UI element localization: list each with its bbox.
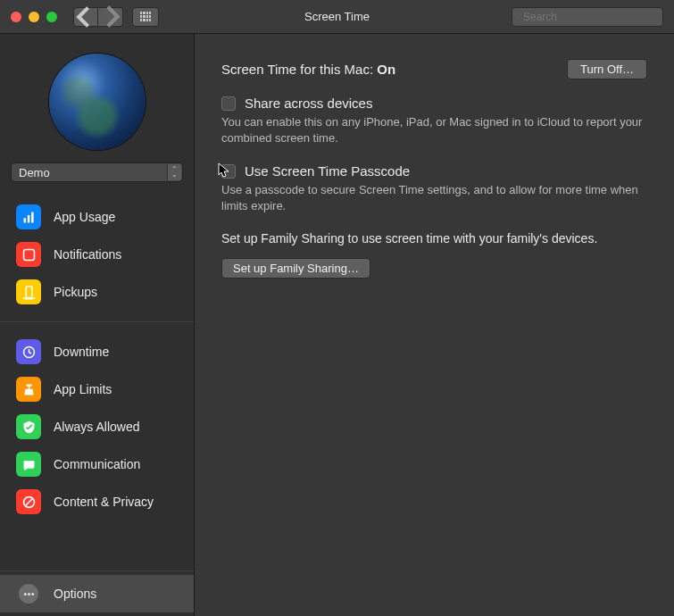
- sidebar-item-communication[interactable]: Communication: [0, 445, 194, 483]
- sidebar-item-notifications[interactable]: Notifications: [0, 236, 194, 273]
- sidebar-item-label: Downtime: [54, 345, 109, 359]
- svg-rect-4: [31, 212, 34, 222]
- minimize-window-button[interactable]: [29, 12, 39, 22]
- setup-family-sharing-button[interactable]: Set up Family Sharing…: [221, 258, 370, 279]
- passcode-label: Use Screen Time Passcode: [245, 163, 410, 179]
- notifications-icon: [16, 242, 41, 267]
- svg-line-1: [519, 17, 520, 18]
- grid-icon: [140, 12, 151, 22]
- svg-rect-6: [26, 286, 32, 297]
- svg-point-12: [31, 592, 34, 595]
- svg-rect-3: [27, 214, 29, 222]
- content-privacy-icon: [16, 489, 41, 514]
- svg-point-10: [23, 592, 26, 595]
- stepper-icon: [167, 164, 181, 180]
- svg-rect-2: [23, 218, 26, 222]
- app-limits-icon: [16, 377, 41, 402]
- back-button[interactable]: [73, 7, 98, 27]
- search-input[interactable]: [523, 11, 657, 23]
- user-avatar[interactable]: [49, 54, 146, 150]
- sidebar-item-label: App Limits: [54, 382, 112, 396]
- passcode-description: Use a passcode to secure Screen Time set…: [221, 182, 647, 213]
- share-across-devices-label: Share across devices: [245, 96, 372, 111]
- communication-icon: [16, 452, 41, 477]
- svg-line-9: [25, 498, 33, 506]
- sidebar-item-app-limits[interactable]: App Limits: [0, 370, 194, 408]
- share-across-devices-description: You can enable this on any iPhone, iPad,…: [221, 114, 647, 146]
- forward-button[interactable]: [98, 7, 123, 27]
- share-across-devices-checkbox[interactable]: [221, 96, 236, 111]
- user-select-value: Demo: [19, 166, 50, 179]
- sidebar-item-downtime[interactable]: Downtime: [0, 333, 194, 370]
- sidebar-item-label: Content & Privacy: [54, 495, 154, 509]
- sidebar-item-content-privacy[interactable]: Content & Privacy: [0, 483, 194, 520]
- app-usage-icon: [16, 204, 41, 229]
- svg-point-0: [518, 16, 519, 17]
- sidebar-item-pickups[interactable]: Pickups: [0, 273, 194, 311]
- window-title: Screen Time: [304, 10, 370, 23]
- show-all-button[interactable]: [132, 7, 159, 27]
- sidebar-divider: [0, 321, 194, 322]
- pickups-icon: [16, 279, 41, 304]
- always-allowed-icon: [16, 414, 41, 439]
- toolbar: Screen Time: [0, 0, 674, 34]
- family-sharing-text: Set up Family Sharing to use screen time…: [221, 231, 647, 246]
- user-select[interactable]: Demo: [11, 162, 183, 182]
- search-icon: [518, 12, 520, 22]
- sidebar-item-label: App Usage: [54, 210, 115, 224]
- sidebar-item-app-usage[interactable]: App Usage: [0, 198, 194, 236]
- search-field[interactable]: [512, 7, 663, 27]
- options-icon: [19, 584, 38, 604]
- sidebar-item-label: Options: [54, 587, 96, 601]
- svg-rect-5: [23, 249, 34, 260]
- sidebar-item-label: Communication: [54, 457, 140, 471]
- svg-point-11: [27, 592, 29, 595]
- sidebar-item-always-allowed[interactable]: Always Allowed: [0, 408, 194, 445]
- content-pane: Screen Time for this Mac: On Turn Off… S…: [195, 34, 674, 616]
- window-controls: [11, 12, 57, 22]
- passcode-checkbox[interactable]: [221, 164, 236, 179]
- close-window-button[interactable]: [11, 12, 21, 22]
- turn-off-button[interactable]: Turn Off…: [567, 59, 647, 79]
- zoom-window-button[interactable]: [46, 12, 57, 22]
- screentime-status-label: Screen Time for this Mac: On: [221, 62, 395, 77]
- sidebar-item-label: Notifications: [54, 247, 121, 262]
- sidebar-item-label: Always Allowed: [54, 420, 140, 434]
- sidebar-item-options[interactable]: Options: [0, 575, 194, 612]
- sidebar-item-label: Pickups: [54, 285, 97, 299]
- sidebar: Demo App Usage Notifications Pickups Dow…: [0, 34, 195, 616]
- downtime-icon: [16, 339, 41, 364]
